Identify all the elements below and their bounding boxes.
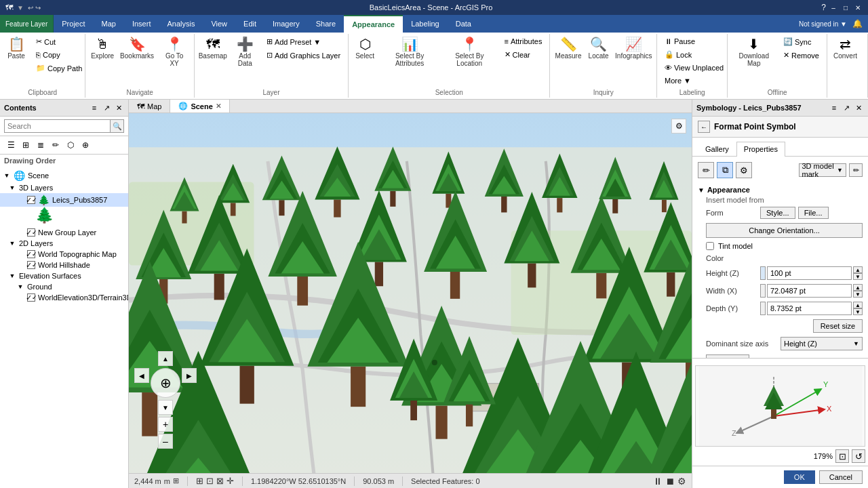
contents-search-btn[interactable]: 🔍: [111, 119, 124, 133]
tab-imagery[interactable]: Imagery: [264, 15, 308, 33]
view-unplaced-btn[interactable]: 👁View Unplaced: [660, 62, 728, 74]
remove-offline-btn[interactable]: ✕Remove: [778, 49, 824, 62]
contents-search-input[interactable]: [4, 119, 111, 133]
tab-edit[interactable]: Edit: [235, 15, 264, 33]
preview-reset-btn[interactable]: ↺: [852, 449, 865, 463]
contents-options-btn[interactable]: ≡: [89, 102, 100, 113]
nav-right-btn[interactable]: ▶: [182, 368, 197, 383]
tab-view[interactable]: View: [203, 15, 235, 33]
tab-project[interactable]: Project: [54, 15, 93, 33]
world-topo-checkbox[interactable]: ✓: [27, 250, 35, 258]
select-btn[interactable]: ⬡ Select: [351, 35, 378, 62]
nav-down-btn[interactable]: ▼: [158, 400, 173, 415]
more-btn[interactable]: More ▼: [660, 75, 728, 87]
add-graphics-layer-btn[interactable]: ⊡Add Graphics Layer: [262, 49, 345, 62]
copy-btn[interactable]: ⎘Copy: [31, 49, 87, 61]
clear-selection-btn[interactable]: ✕Clear: [500, 48, 547, 61]
maximize-btn[interactable]: □: [841, 3, 850, 12]
tab-share[interactable]: Share: [308, 15, 344, 33]
attributes-btn[interactable]: ≡Attributes: [500, 35, 547, 47]
select-tool-btn[interactable]: ⬡: [64, 138, 77, 152]
cancel-btn[interactable]: Cancel: [819, 470, 863, 484]
reset-size-btn[interactable]: Reset size: [813, 319, 863, 333]
minimize-btn[interactable]: –: [829, 3, 838, 12]
zoom-in-btn[interactable]: +: [158, 417, 173, 432]
world-elevation-checkbox[interactable]: ✓: [27, 293, 35, 302]
style-btn[interactable]: Style...: [760, 207, 795, 219]
height-spin-up[interactable]: ▲: [853, 266, 863, 273]
measure-btn[interactable]: 📏 Measure: [553, 35, 583, 62]
settings-tool-btn[interactable]: ⚙: [736, 162, 752, 178]
preview-fit-btn[interactable]: ⊡: [835, 449, 849, 463]
locate-btn[interactable]: 🔍 Locate: [585, 35, 612, 62]
bookmarks-btn[interactable]: 🔖 Bookmarks: [118, 35, 156, 62]
leics-pubs-checkbox[interactable]: ✓: [27, 196, 35, 204]
scene-tab[interactable]: 🌐 Scene ✕: [170, 100, 229, 113]
notification-icon[interactable]: 🔔: [852, 19, 863, 28]
sym-back-btn[interactable]: ←: [698, 121, 710, 133]
tree-item-elevation-surfaces[interactable]: ▼ Elevation Surfaces: [0, 270, 128, 281]
dominant-axis-dropdown[interactable]: Height (Z) ▼: [781, 337, 863, 350]
edit-symbol-btn[interactable]: ✏: [849, 163, 863, 177]
select-by-loc-btn[interactable]: 📍 Select By Location: [441, 35, 498, 69]
scene-tab-close-btn[interactable]: ✕: [216, 102, 221, 110]
tab-data[interactable]: Data: [448, 15, 479, 33]
tree-item-world-hillshade[interactable]: ✓ World Hillshade: [0, 260, 128, 270]
pause-anim-btn[interactable]: ⏸: [653, 476, 663, 487]
tab-insert[interactable]: Insert: [124, 15, 159, 33]
contents-float-btn[interactable]: ↗: [101, 102, 112, 113]
tab-gallery[interactable]: Gallery: [698, 142, 736, 156]
help-icon[interactable]: ?: [821, 3, 826, 12]
settings-view-btn[interactable]: ⚙: [671, 119, 686, 134]
tab-map[interactable]: Map: [94, 15, 124, 33]
download-map-btn[interactable]: ⬇ Download Map: [730, 35, 777, 69]
ok-btn[interactable]: OK: [784, 470, 815, 484]
tab-labeling[interactable]: Labeling: [403, 15, 448, 33]
sync-btn[interactable]: 🔄Sync: [778, 35, 824, 48]
depth-spin-up[interactable]: ▲: [853, 302, 863, 308]
convert-btn[interactable]: ⇄ Convert: [830, 35, 861, 62]
change-orientation-btn[interactable]: Change Orientation...: [706, 223, 863, 238]
sym-panel-options-btn[interactable]: ≡: [829, 102, 840, 113]
cut-btn[interactable]: ✂Cut: [31, 35, 87, 48]
tree-item-3d-layers[interactable]: ▼ 3D Layers: [0, 182, 128, 193]
new-group-checkbox[interactable]: ✓: [27, 228, 35, 237]
model-type-selector[interactable]: 3D model mark ▼: [799, 163, 847, 177]
select-by-attr-btn[interactable]: 📊 Select By Attributes: [380, 35, 439, 69]
tree-item-scene[interactable]: ▼ 🌐 Scene: [0, 169, 128, 182]
pencil-tool-btn[interactable]: ✏: [698, 162, 714, 178]
lock-btn[interactable]: 🔒Lock: [660, 48, 728, 61]
copy-path-btn[interactable]: 📁Copy Path: [31, 62, 87, 75]
depth-input[interactable]: [767, 302, 852, 315]
stop-anim-btn[interactable]: ⏹: [665, 476, 675, 487]
pause-btn[interactable]: ⏸Pause: [660, 35, 728, 47]
appearance-section-header[interactable]: ▼ Appearance: [698, 184, 863, 196]
height-input[interactable]: [767, 266, 852, 280]
add-preset-btn[interactable]: ⊞Add Preset ▼: [262, 35, 345, 48]
sym-panel-float-btn[interactable]: ↗: [841, 102, 852, 113]
world-hillshade-checkbox[interactable]: ✓: [27, 261, 35, 269]
width-spin-down[interactable]: ▼: [853, 291, 863, 298]
tab-analysis[interactable]: Analysis: [159, 15, 203, 33]
tint-model-checkbox[interactable]: [706, 242, 714, 250]
settings-btn[interactable]: ⚙: [677, 476, 686, 487]
window-controls[interactable]: ? – □ ✕: [821, 3, 863, 12]
explore-btn[interactable]: 🖱 Explore: [88, 35, 116, 62]
tree-item-ground[interactable]: ▼ Ground: [0, 281, 128, 292]
width-spin-up[interactable]: ▲: [853, 284, 863, 291]
by-source-btn[interactable]: ≣: [34, 138, 47, 152]
scene-view[interactable]: ▲ ◀ ⊕ ▶ ▼ + – ⚙: [129, 113, 692, 473]
map-tab[interactable]: 🗺 Map: [129, 100, 170, 113]
file-btn[interactable]: File...: [798, 207, 829, 219]
snapping-btn[interactable]: ⊕: [79, 138, 92, 152]
tree-item-world-elevation[interactable]: ✓ WorldElevation3D/Terrain3D: [0, 292, 128, 303]
contents-close-btn[interactable]: ✕: [113, 102, 124, 113]
edit-tool-btn[interactable]: ✏: [49, 138, 62, 152]
goto-xy-btn[interactable]: 📍 Go To XY: [157, 35, 191, 69]
scale-arrows[interactable]: ⊞: [173, 476, 179, 485]
drawing-order-btn[interactable]: ⊞: [19, 138, 33, 152]
tree-item-world-topo[interactable]: ✓ World Topographic Map: [0, 249, 128, 260]
add-data-btn[interactable]: ➕ Add Data: [230, 35, 260, 69]
nav-left-btn[interactable]: ◀: [134, 368, 149, 383]
close-btn[interactable]: ✕: [853, 3, 863, 12]
